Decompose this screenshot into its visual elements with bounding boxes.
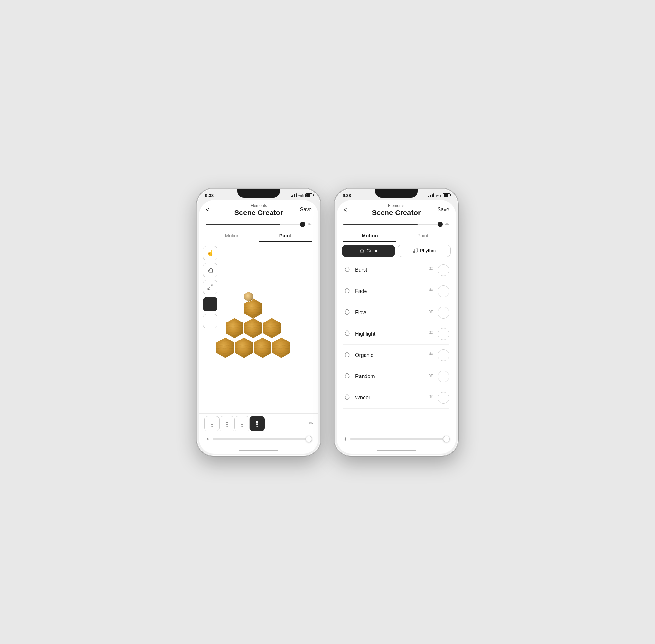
random-label: Random (355, 373, 428, 380)
temp-btn-2[interactable] (220, 416, 234, 431)
motion-list: Burst Fade (337, 260, 456, 434)
home-indicator-right (337, 447, 456, 454)
svg-point-53 (430, 310, 431, 311)
svg-point-65 (430, 353, 431, 353)
home-bar-right (377, 450, 416, 451)
wheel-label: Wheel (355, 395, 428, 401)
svg-marker-6 (225, 318, 244, 339)
status-bar-right: 9:38 ↑ wifi (335, 189, 458, 198)
nav-title-right: Scene Creator (372, 209, 421, 217)
svg-point-62 (430, 333, 431, 334)
back-button-left[interactable]: < (206, 206, 210, 213)
organic-settings-icon[interactable] (428, 352, 434, 359)
random-toggle[interactable] (437, 371, 449, 383)
brightness-track-right[interactable] (350, 438, 449, 440)
svg-point-68 (430, 354, 431, 355)
motion-item-highlight[interactable]: Highlight (343, 323, 449, 345)
flow-label: Flow (355, 310, 428, 316)
tab-motion-right[interactable]: Motion (343, 230, 396, 242)
highlight-toggle[interactable] (437, 328, 449, 340)
organic-toggle[interactable] (437, 349, 449, 361)
tool-panel-left: ☝ (203, 246, 218, 328)
burst-toggle[interactable] (437, 264, 449, 276)
thermometer-3-icon (239, 420, 245, 427)
signal-bars-right (428, 193, 434, 198)
content-area-left: ☝ (199, 242, 318, 413)
fade-toggle[interactable] (437, 285, 449, 297)
erase-tool-btn[interactable] (203, 263, 218, 277)
svg-point-44 (430, 269, 431, 270)
fade-settings-icon[interactable] (428, 288, 434, 295)
name-track-right[interactable] (343, 224, 442, 225)
screen-right: < Elements Scene Creator Save ✏ Motion P… (337, 200, 456, 454)
brightness-icon-right: ☀ (343, 436, 347, 442)
motion-item-random[interactable]: Random (343, 366, 449, 387)
brightness-row-right: ☀ (337, 434, 456, 447)
tab-paint-right[interactable]: Paint (396, 230, 449, 242)
right-phone: 9:38 ↑ wifi < Elements Scene Creator Sav… (334, 188, 458, 456)
color-tab-btn[interactable]: Color (342, 245, 395, 257)
temp-btn-4[interactable] (250, 416, 265, 431)
nav-bar-right: < Elements Scene Creator Save (337, 200, 456, 219)
edit-icon-left[interactable]: ✏ (308, 222, 312, 227)
tabs-right: Motion Paint (337, 230, 456, 242)
svg-point-39 (416, 251, 417, 252)
thermometer-2-icon (224, 420, 230, 427)
location-icon-left: ↑ (214, 193, 217, 198)
nav-bar-left: < Elements Scene Creator Save (199, 200, 318, 219)
svg-marker-14 (235, 337, 253, 358)
erase-icon (207, 267, 213, 273)
svg-point-80 (430, 397, 431, 398)
edit-icon-right[interactable]: ✏ (445, 222, 449, 227)
wheel-drop-icon (343, 394, 351, 402)
save-button-right[interactable]: Save (437, 207, 449, 212)
color-black-btn[interactable] (203, 297, 218, 312)
gesture-tool-btn[interactable]: ☝ (203, 246, 218, 260)
gesture-icon: ☝ (207, 250, 214, 257)
color-white-btn[interactable] (203, 314, 218, 328)
tab-motion-left[interactable]: Motion (206, 230, 259, 242)
tab-paint-left[interactable]: Paint (259, 230, 312, 242)
name-track-left[interactable] (206, 224, 304, 225)
signal-bars-left (291, 193, 297, 198)
random-settings-icon[interactable] (428, 373, 434, 380)
svg-point-59 (430, 331, 431, 332)
save-button-left[interactable]: Save (300, 207, 312, 212)
motion-item-fade[interactable]: Fade (343, 281, 449, 302)
wheel-toggle[interactable] (437, 392, 449, 404)
highlight-drop-icon (343, 330, 351, 338)
motion-item-flow[interactable]: Flow (343, 302, 449, 323)
toolbar-edit-icon-left[interactable]: ✏ (309, 420, 313, 427)
burst-settings-icon[interactable] (428, 267, 434, 273)
brightness-track-left[interactable] (212, 438, 312, 440)
thermometer-1-icon (209, 420, 215, 427)
wifi-icon-right: wifi (436, 193, 441, 198)
temp-btn-3[interactable] (234, 416, 250, 431)
motion-item-burst[interactable]: Burst (343, 260, 449, 281)
organic-label: Organic (355, 352, 428, 358)
motion-item-wheel[interactable]: Wheel (343, 387, 449, 409)
svg-point-47 (430, 289, 431, 290)
flow-settings-icon[interactable] (428, 309, 434, 316)
motion-item-organic[interactable]: Organic (343, 345, 449, 366)
rhythm-tab-btn[interactable]: Rhythm (398, 245, 451, 257)
flow-drop-icon (343, 308, 351, 317)
temp-btn-1[interactable] (204, 416, 220, 431)
status-bar-left: 9:38 ↑ wifi (197, 189, 320, 198)
svg-marker-19 (244, 291, 253, 302)
flow-toggle[interactable] (437, 307, 449, 319)
nav-supertitle-left: Elements (251, 203, 267, 208)
svg-point-38 (413, 251, 414, 253)
name-slider-right: ✏ (337, 219, 456, 230)
left-phone: 9:38 ↑ wifi < Elements Scene Creator Sav… (197, 188, 321, 456)
brightness-icon-left: ☀ (206, 436, 210, 442)
svg-point-71 (430, 374, 431, 375)
resize-tool-btn[interactable] (203, 280, 218, 294)
back-button-right[interactable]: < (343, 206, 347, 213)
burst-drop-icon (343, 266, 351, 274)
wheel-settings-icon[interactable] (428, 394, 434, 401)
svg-marker-12 (216, 337, 234, 358)
location-icon-right: ↑ (352, 193, 354, 198)
highlight-settings-icon[interactable] (428, 330, 434, 337)
svg-point-74 (430, 375, 431, 376)
